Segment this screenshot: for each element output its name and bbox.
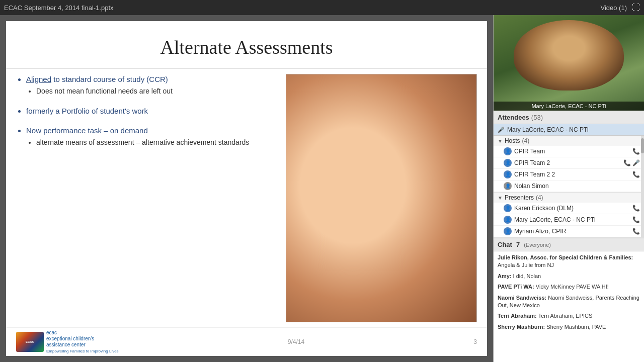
- slide-area: Alternate Assessments Aligned to standar…: [0, 15, 493, 362]
- host-actions-2: 📞 🎤: [623, 159, 640, 166]
- slide-body: Aligned to standard course of study (CCR…: [6, 69, 487, 327]
- chat-section: Chat 7 (Everyone) Julie Rikon, Assoc. fo…: [494, 238, 644, 362]
- slide-image: [286, 74, 477, 322]
- chat-text-6: Sherry Mashburn, PAVE: [546, 324, 606, 330]
- selected-attendee-name: Mary LaCorte, ECAC - NC PTi: [507, 126, 589, 133]
- chat-label: Chat: [498, 241, 512, 248]
- host-name-1: CPIR Team: [514, 148, 630, 155]
- video-label: Video (1): [600, 4, 627, 12]
- video-feed: [494, 15, 644, 111]
- host-name-3: CPIR Team 2 2: [514, 171, 630, 178]
- slide-page: 3: [473, 338, 477, 345]
- chat-sender-1: Julie Rikon, Assoc. for Special Children…: [498, 254, 633, 260]
- subbullet-1-1: Does not mean functional needs are left …: [36, 86, 281, 97]
- mic-icon: 🎤: [498, 127, 505, 133]
- phone-icon-3: 📞: [632, 171, 640, 178]
- chat-text-3: Vicky McKinney PAVE WA HI!: [536, 284, 609, 290]
- top-bar: ECAC September 4, 2014 final-1.pptx Vide…: [0, 0, 644, 15]
- presenter-row-1[interactable]: 👤 Karen Erickson (DLM) 📞: [494, 203, 644, 214]
- chat-msg-1: Julie Rikon, Assoc. for Special Children…: [498, 254, 640, 269]
- bullet-3: Now performance task – on demand alterna…: [26, 125, 281, 148]
- attendees-count: (53): [531, 114, 543, 121]
- attendees-scroll-thumb: [641, 138, 644, 153]
- chat-header: Chat 7 (Everyone): [494, 238, 644, 251]
- logo-text: ecacexceptional children'sassistance cen…: [46, 330, 119, 354]
- host-row-4[interactable]: 👤 Nolan Simon: [494, 180, 644, 192]
- chat-messages[interactable]: Julie Rikon, Assoc. for Special Children…: [494, 251, 644, 362]
- bullet-1: Aligned to standard course of study (CCR…: [26, 74, 281, 97]
- presenter-actions-2: 📞: [632, 216, 640, 223]
- chat-sender-6: Sherry Mashburn:: [498, 324, 546, 330]
- attendees-scrollbar[interactable]: [641, 136, 644, 238]
- chat-audience: (Everyone): [524, 242, 551, 248]
- hosts-arrow-icon: ▼: [498, 138, 503, 144]
- presenters-label: Presenters: [505, 194, 534, 201]
- host-row-1[interactable]: 👤 CPIR Team 📞: [494, 146, 644, 157]
- host-actions-1: 📞: [632, 148, 640, 155]
- slide-logo: ECAC ecacexceptional children'sassistanc…: [16, 330, 119, 354]
- chat-sender-4: Naomi Sandweiss:: [498, 295, 548, 301]
- host-icon-4: 👤: [504, 182, 512, 190]
- host-icon-2: 👤: [504, 159, 512, 167]
- chat-msg-4: Naomi Sandweiss: Naomi Sandweiss, Parent…: [498, 294, 640, 310]
- presenter-name-2: Mary LaCorte, ECAC - NC PTi: [514, 216, 630, 223]
- selected-attendee[interactable]: 🎤 Mary LaCorte, ECAC - NC PTi: [494, 124, 644, 136]
- phone-icon-p2: 📞: [632, 216, 640, 223]
- host-actions-3: 📞: [632, 171, 640, 178]
- fullscreen-icon[interactable]: ⛶: [632, 3, 640, 12]
- host-row-3[interactable]: 👤 CPIR Team 2 2 📞: [494, 169, 644, 180]
- right-panel: Mary LaCorte, ECAC - NC PTi Attendees (5…: [493, 15, 644, 362]
- video-section: Mary LaCorte, ECAC - NC PTi: [494, 15, 644, 111]
- hosts-section-header[interactable]: ▼ Hosts (4): [494, 136, 644, 146]
- photo-placeholder: [286, 74, 476, 322]
- attendees-label: Attendees: [498, 114, 529, 121]
- attendees-header: Attendees (53): [494, 111, 644, 124]
- chat-sender-3: PAVE PTi WA:: [498, 284, 536, 290]
- host-name-2: CPIR Team 2: [514, 159, 621, 166]
- presenters-count: (4): [536, 194, 543, 201]
- chat-msg-5: Terri Abraham: Terri Abraham, EPICS: [498, 312, 640, 320]
- presenter-icon-1: 👤: [504, 204, 512, 212]
- hosts-section-group: ▼ Hosts (4) 👤 CPIR Team 📞 👤 CP: [494, 136, 644, 193]
- chat-text-2: I did, Nolan: [513, 273, 541, 279]
- presenters-section-group: ▼ Presenters (4) 👤 Karen Erickson (DLM) …: [494, 193, 644, 238]
- slide-text: Aligned to standard course of study (CCR…: [16, 74, 281, 322]
- host-icon-3: 👤: [504, 170, 512, 178]
- video-name-tag: Mary LaCorte, ECAC - NC PTi: [494, 102, 644, 111]
- attendees-section: Attendees (53) 🎤 Mary LaCorte, ECAC - NC…: [494, 111, 644, 238]
- presenter-row-2[interactable]: 👤 Mary LaCorte, ECAC - NC PTi 📞: [494, 214, 644, 226]
- slide-title-section: Alternate Assessments: [6, 21, 487, 69]
- presenter-icon-2: 👤: [504, 216, 512, 224]
- hosts-count: (4): [522, 137, 530, 144]
- top-bar-right: Video (1) ⛶: [600, 3, 640, 12]
- chat-msg-2: Amy: I did, Nolan: [498, 273, 640, 280]
- presenter-name-3: Myriam Alizo, CPIR: [514, 228, 630, 235]
- phone-icon-2: 📞: [623, 159, 631, 166]
- presenters-arrow-icon: ▼: [498, 195, 503, 201]
- host-row-2[interactable]: 👤 CPIR Team 2 📞 🎤: [494, 157, 644, 169]
- presenter-name-1: Karen Erickson (DLM): [514, 205, 630, 212]
- slide-footer: ECAC ecacexceptional children'sassistanc…: [6, 327, 487, 356]
- slide-title: Alternate Assessments: [16, 36, 477, 58]
- logo-box: ECAC: [16, 332, 44, 352]
- main-content: Alternate Assessments Aligned to standar…: [0, 15, 644, 362]
- presenters-section-header[interactable]: ▼ Presenters (4): [494, 193, 644, 203]
- chat-sender-2: Amy:: [498, 273, 513, 279]
- hosts-label: Hosts: [505, 137, 520, 144]
- presenter-icon-3: 👤: [504, 227, 512, 235]
- slide-frame: Alternate Assessments Aligned to standar…: [6, 21, 487, 356]
- host-icon-1: 👤: [504, 147, 512, 155]
- chat-text-1: Angela & Julie from NJ: [498, 262, 554, 268]
- window-title: ECAC September 4, 2014 final-1.pptx: [4, 4, 114, 12]
- phone-icon-p3: 📞: [632, 228, 640, 235]
- presenter-actions-1: 📞: [632, 205, 640, 212]
- aligned-link[interactable]: Aligned: [26, 75, 51, 83]
- presenter-actions-3: 📞: [632, 228, 640, 235]
- subbullet-3-1: alternate means of assessment – alternat…: [36, 138, 281, 148]
- chat-msg-3: PAVE PTi WA: Vicky McKinney PAVE WA HI!: [498, 283, 640, 291]
- phone-icon-p1: 📞: [632, 205, 640, 212]
- chat-text-5: Terri Abraham, EPICS: [538, 313, 593, 319]
- presenter-row-3[interactable]: 👤 Myriam Alizo, CPIR 📞: [494, 226, 644, 237]
- chat-sender-5: Terri Abraham:: [498, 313, 538, 319]
- chat-msg-6: Sherry Mashburn: Sherry Mashburn, PAVE: [498, 323, 640, 331]
